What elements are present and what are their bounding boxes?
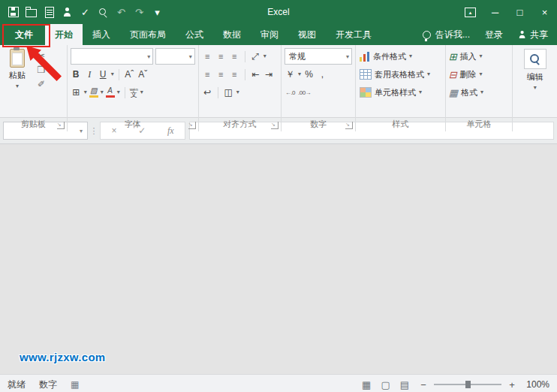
spelling-button[interactable]: ✓ bbox=[78, 5, 92, 20]
normal-view-button[interactable]: ▦ bbox=[362, 379, 371, 390]
new-document-icon bbox=[45, 7, 54, 18]
comma-style-button[interactable]: , bbox=[317, 68, 328, 81]
ribbon-display-options-button[interactable]: ▴ bbox=[458, 0, 483, 24]
number-dialog-launcher[interactable]: ↘ bbox=[345, 122, 353, 129]
workbook-area[interactable]: www.rjzxw.com bbox=[0, 144, 557, 374]
orientation-dropdown-icon[interactable]: ▾ bbox=[263, 53, 266, 59]
italic-button[interactable]: I bbox=[84, 68, 95, 81]
zoom-slider-thumb[interactable] bbox=[465, 381, 471, 388]
tab-view[interactable]: 视图 bbox=[288, 24, 326, 45]
format-as-table-button[interactable]: 套用表格格式 ▾ bbox=[359, 65, 442, 83]
zoom-in-button[interactable]: + bbox=[507, 379, 516, 390]
close-button[interactable]: × bbox=[532, 0, 557, 24]
zoom-out-button[interactable]: − bbox=[419, 379, 428, 390]
increase-indent-button[interactable]: ⇥ bbox=[263, 68, 275, 81]
font-dialog-launcher[interactable]: ↘ bbox=[188, 122, 196, 129]
open-button[interactable] bbox=[24, 5, 38, 20]
insert-cells-button[interactable]: ⊞ 插入 ▾ bbox=[449, 47, 510, 65]
tab-page-layout[interactable]: 页面布局 bbox=[120, 24, 176, 45]
conditional-formatting-button[interactable]: 条件格式 ▾ bbox=[359, 47, 442, 65]
tab-formulas-label: 公式 bbox=[185, 29, 203, 41]
tab-insert[interactable]: 插入 bbox=[83, 24, 120, 45]
cell-styles-button[interactable]: 单元格样式 ▾ bbox=[359, 83, 442, 101]
number-format-dropdown-icon[interactable]: ▾ bbox=[344, 53, 349, 60]
find-select-button[interactable] bbox=[524, 49, 546, 69]
phonetic-guide-button[interactable]: wén 文 bbox=[130, 87, 138, 98]
tab-formulas[interactable]: 公式 bbox=[176, 24, 213, 45]
merge-center-dropdown-icon[interactable]: ▾ bbox=[236, 89, 239, 95]
tab-developer[interactable]: 开发工具 bbox=[326, 24, 381, 45]
align-bottom-button[interactable]: ≡ bbox=[229, 50, 240, 63]
accounting-format-button[interactable]: ￥ bbox=[285, 68, 296, 81]
delete-cells-icon: ⊟ bbox=[449, 70, 457, 80]
align-center-button[interactable]: ≡ bbox=[215, 68, 227, 81]
fill-color-button[interactable]: ▨ bbox=[89, 87, 98, 98]
share-button[interactable]: 共享 bbox=[518, 29, 548, 41]
font-color-button[interactable]: A bbox=[106, 87, 115, 98]
touch-mode-button[interactable] bbox=[60, 5, 74, 20]
phonetic-dropdown-icon[interactable]: ▾ bbox=[140, 89, 143, 95]
percent-style-button[interactable]: % bbox=[303, 68, 315, 81]
align-middle-button[interactable]: ≡ bbox=[215, 50, 227, 63]
paste-button[interactable]: 粘贴 ▾ bbox=[3, 47, 32, 119]
maximize-button[interactable]: □ bbox=[507, 0, 532, 24]
fill-color-dropdown-icon[interactable]: ▾ bbox=[101, 89, 104, 95]
tab-home[interactable]: 开始 bbox=[45, 24, 83, 45]
orientation-button[interactable]: ⤢ bbox=[250, 50, 261, 63]
font-size-dropdown-icon[interactable]: ▾ bbox=[187, 53, 192, 60]
clipboard-dialog-launcher[interactable]: ↘ bbox=[57, 122, 65, 129]
borders-dropdown-icon[interactable]: ▾ bbox=[84, 89, 87, 95]
page-layout-view-button[interactable]: ▢ bbox=[381, 379, 390, 390]
decrease-font-size-button[interactable]: Aˇ bbox=[137, 68, 149, 81]
redo-button[interactable]: ↷ bbox=[132, 5, 146, 20]
decrease-decimal-button[interactable]: .00→ bbox=[298, 86, 311, 99]
font-name-combo[interactable]: ▾ bbox=[71, 48, 153, 65]
decrease-indent-button[interactable]: ⇤ bbox=[250, 68, 261, 81]
accounting-dropdown-icon[interactable]: ▾ bbox=[298, 71, 301, 77]
borders-button[interactable]: ⊞ bbox=[71, 86, 82, 99]
editing-dropdown-icon[interactable]: ▾ bbox=[534, 85, 537, 91]
minimize-button[interactable]: ─ bbox=[483, 0, 507, 24]
font-size-combo[interactable]: ▾ bbox=[155, 48, 195, 65]
align-left-button[interactable]: ≡ bbox=[202, 68, 213, 81]
font-color-dropdown-icon[interactable]: ▾ bbox=[117, 89, 120, 95]
number-format-combo[interactable]: 常规 ▾ bbox=[285, 48, 352, 65]
tab-file[interactable]: 文件 bbox=[3, 24, 45, 45]
conditional-formatting-dropdown-icon: ▾ bbox=[409, 53, 412, 59]
search-button[interactable] bbox=[96, 5, 110, 20]
paste-dropdown-icon[interactable]: ▾ bbox=[16, 83, 19, 89]
format-cells-button[interactable]: ▦ 格式 ▾ bbox=[449, 83, 510, 101]
underline-button[interactable]: U bbox=[98, 68, 109, 81]
delete-cells-button[interactable]: ⊟ 删除 ▾ bbox=[449, 65, 510, 83]
zoom-slider[interactable] bbox=[434, 384, 501, 385]
cut-button[interactable]: ✂ bbox=[35, 51, 48, 60]
tab-review[interactable]: 审阅 bbox=[251, 24, 288, 45]
save-button[interactable] bbox=[6, 5, 20, 20]
underline-dropdown-icon[interactable]: ▾ bbox=[111, 71, 114, 77]
merge-center-button[interactable]: ◫ bbox=[223, 86, 234, 99]
watermark-text: www.rjzxw.com bbox=[20, 351, 105, 363]
tab-data[interactable]: 数据 bbox=[213, 24, 251, 45]
bold-button[interactable]: B bbox=[71, 68, 82, 81]
launcher-arrow-icon: ↘ bbox=[188, 122, 195, 127]
divider bbox=[245, 69, 245, 80]
new-workbook-button[interactable] bbox=[42, 5, 56, 20]
alignment-dialog-launcher[interactable]: ↘ bbox=[271, 122, 278, 129]
macro-record-icon[interactable]: ▦ bbox=[71, 379, 79, 390]
tell-me-box[interactable]: 告诉我... bbox=[423, 29, 470, 41]
tab-home-label: 开始 bbox=[55, 29, 73, 41]
editing-group-button[interactable]: 编辑 ▾ bbox=[516, 47, 554, 91]
increase-decimal-button[interactable]: ←.0 bbox=[285, 86, 296, 99]
copy-button[interactable]: ❐ bbox=[35, 65, 48, 74]
align-top-button[interactable]: ≡ bbox=[202, 50, 213, 63]
page-break-view-button[interactable]: ▤ bbox=[400, 379, 409, 390]
font-name-dropdown-icon[interactable]: ▾ bbox=[145, 53, 150, 60]
sign-in-button[interactable]: 登录 bbox=[485, 29, 503, 41]
wrap-text-button[interactable]: ↩ bbox=[202, 86, 213, 99]
undo-button[interactable]: ↶ bbox=[114, 5, 128, 20]
customize-qat-button[interactable]: ▾ bbox=[150, 5, 164, 20]
increase-font-size-button[interactable]: Aˆ bbox=[124, 68, 135, 81]
align-right-button[interactable]: ≡ bbox=[229, 68, 240, 81]
zoom-percentage[interactable]: 100% bbox=[522, 379, 549, 390]
format-painter-button[interactable]: ✐ bbox=[35, 80, 48, 89]
